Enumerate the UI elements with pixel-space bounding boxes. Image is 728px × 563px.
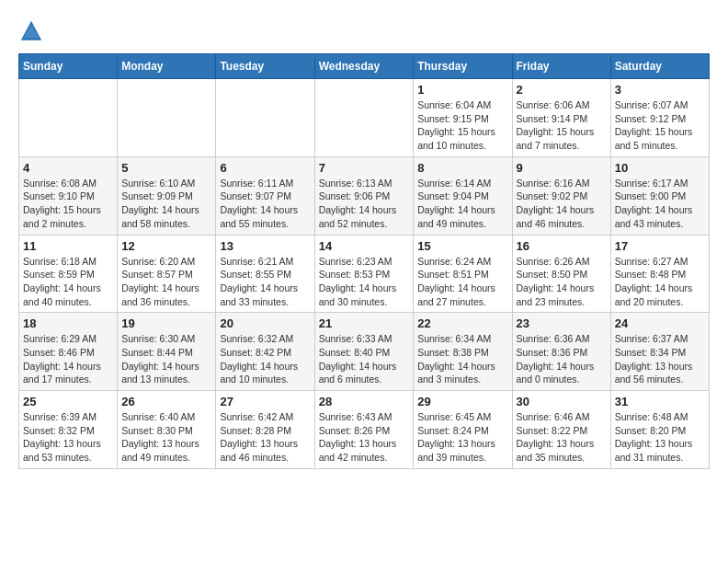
- calendar-cell: 7Sunrise: 6:13 AM Sunset: 9:06 PM Daylig…: [314, 156, 414, 235]
- calendar-cell: 3Sunrise: 6:07 AM Sunset: 9:12 PM Daylig…: [610, 79, 709, 157]
- calendar-table: SundayMondayTuesdayWednesdayThursdayFrid…: [18, 53, 710, 469]
- day-number: 5: [121, 161, 211, 175]
- col-header-thursday: Thursday: [414, 54, 512, 79]
- calendar-cell: 14Sunrise: 6:23 AM Sunset: 8:53 PM Dayli…: [314, 235, 414, 313]
- col-header-tuesday: Tuesday: [216, 54, 314, 79]
- col-header-wednesday: Wednesday: [314, 54, 414, 79]
- day-info: Sunrise: 6:14 AM Sunset: 9:04 PM Dayligh…: [417, 177, 507, 231]
- day-number: 3: [615, 83, 705, 97]
- day-number: 22: [417, 316, 507, 330]
- day-info: Sunrise: 6:16 AM Sunset: 9:02 PM Dayligh…: [517, 177, 607, 231]
- day-number: 6: [220, 161, 310, 175]
- day-number: 29: [417, 395, 507, 408]
- day-info: Sunrise: 6:18 AM Sunset: 8:59 PM Dayligh…: [23, 255, 113, 309]
- calendar-week-row: 4Sunrise: 6:08 AM Sunset: 9:10 PM Daylig…: [19, 156, 710, 235]
- day-number: 20: [220, 316, 310, 330]
- day-number: 26: [121, 395, 211, 408]
- calendar-cell: [216, 79, 314, 157]
- calendar-cell: 5Sunrise: 6:10 AM Sunset: 9:09 PM Daylig…: [118, 156, 216, 235]
- day-number: 17: [615, 239, 705, 253]
- day-info: Sunrise: 6:17 AM Sunset: 9:00 PM Dayligh…: [615, 177, 705, 231]
- calendar-header-row: SundayMondayTuesdayWednesdayThursdayFrid…: [19, 54, 710, 79]
- calendar-cell: 18Sunrise: 6:29 AM Sunset: 8:46 PM Dayli…: [19, 313, 118, 391]
- calendar-cell: 2Sunrise: 6:06 AM Sunset: 9:14 PM Daylig…: [512, 79, 610, 157]
- day-info: Sunrise: 6:43 AM Sunset: 8:26 PM Dayligh…: [319, 410, 410, 465]
- day-number: 28: [319, 395, 410, 408]
- day-info: Sunrise: 6:11 AM Sunset: 9:07 PM Dayligh…: [220, 177, 310, 231]
- day-info: Sunrise: 6:08 AM Sunset: 9:10 PM Dayligh…: [23, 177, 113, 231]
- calendar-cell: 19Sunrise: 6:30 AM Sunset: 8:44 PM Dayli…: [118, 313, 216, 391]
- day-number: 16: [517, 239, 607, 253]
- day-number: 24: [615, 316, 705, 330]
- col-header-saturday: Saturday: [610, 54, 709, 79]
- day-info: Sunrise: 6:07 AM Sunset: 9:12 PM Dayligh…: [615, 98, 705, 153]
- day-number: 25: [23, 395, 113, 408]
- day-number: 2: [517, 83, 607, 97]
- calendar-cell: 9Sunrise: 6:16 AM Sunset: 9:02 PM Daylig…: [512, 156, 610, 235]
- calendar-week-row: 25Sunrise: 6:39 AM Sunset: 8:32 PM Dayli…: [19, 391, 710, 469]
- day-number: 27: [220, 395, 310, 408]
- day-info: Sunrise: 6:46 AM Sunset: 8:22 PM Dayligh…: [517, 410, 607, 465]
- day-info: Sunrise: 6:30 AM Sunset: 8:44 PM Dayligh…: [121, 332, 211, 386]
- day-number: 13: [220, 239, 310, 253]
- day-info: Sunrise: 6:27 AM Sunset: 8:48 PM Dayligh…: [615, 255, 705, 309]
- day-number: 15: [417, 239, 507, 253]
- day-info: Sunrise: 6:39 AM Sunset: 8:32 PM Dayligh…: [23, 410, 113, 465]
- calendar-cell: 11Sunrise: 6:18 AM Sunset: 8:59 PM Dayli…: [19, 235, 118, 313]
- day-number: 8: [417, 161, 507, 175]
- calendar-cell: 22Sunrise: 6:34 AM Sunset: 8:38 PM Dayli…: [414, 313, 512, 391]
- day-info: Sunrise: 6:42 AM Sunset: 8:28 PM Dayligh…: [220, 410, 310, 465]
- day-info: Sunrise: 6:24 AM Sunset: 8:51 PM Dayligh…: [417, 255, 507, 309]
- calendar-cell: 12Sunrise: 6:20 AM Sunset: 8:57 PM Dayli…: [118, 235, 216, 313]
- day-number: 23: [517, 316, 607, 330]
- col-header-sunday: Sunday: [19, 54, 118, 79]
- col-header-friday: Friday: [512, 54, 610, 79]
- calendar-cell: [19, 79, 118, 157]
- day-info: Sunrise: 6:37 AM Sunset: 8:34 PM Dayligh…: [615, 332, 705, 386]
- general-blue-logo-icon: [18, 18, 44, 44]
- calendar-cell: 24Sunrise: 6:37 AM Sunset: 8:34 PM Dayli…: [610, 313, 709, 391]
- day-info: Sunrise: 6:48 AM Sunset: 8:20 PM Dayligh…: [615, 410, 705, 465]
- calendar-week-row: 11Sunrise: 6:18 AM Sunset: 8:59 PM Dayli…: [19, 235, 710, 313]
- calendar-cell: 20Sunrise: 6:32 AM Sunset: 8:42 PM Dayli…: [216, 313, 314, 391]
- calendar-cell: 8Sunrise: 6:14 AM Sunset: 9:04 PM Daylig…: [414, 156, 512, 235]
- day-number: 1: [417, 83, 507, 97]
- day-info: Sunrise: 6:32 AM Sunset: 8:42 PM Dayligh…: [220, 332, 310, 386]
- calendar-cell: 21Sunrise: 6:33 AM Sunset: 8:40 PM Dayli…: [314, 313, 414, 391]
- day-info: Sunrise: 6:21 AM Sunset: 8:55 PM Dayligh…: [220, 255, 310, 309]
- header: [18, 18, 710, 44]
- calendar-cell: 23Sunrise: 6:36 AM Sunset: 8:36 PM Dayli…: [512, 313, 610, 391]
- logo: [18, 18, 48, 44]
- calendar-cell: 17Sunrise: 6:27 AM Sunset: 8:48 PM Dayli…: [610, 235, 709, 313]
- day-info: Sunrise: 6:06 AM Sunset: 9:14 PM Dayligh…: [517, 98, 607, 153]
- calendar-cell: 4Sunrise: 6:08 AM Sunset: 9:10 PM Daylig…: [19, 156, 118, 235]
- calendar-cell: 25Sunrise: 6:39 AM Sunset: 8:32 PM Dayli…: [19, 391, 118, 469]
- calendar-cell: 13Sunrise: 6:21 AM Sunset: 8:55 PM Dayli…: [216, 235, 314, 313]
- calendar-cell: 28Sunrise: 6:43 AM Sunset: 8:26 PM Dayli…: [314, 391, 414, 469]
- day-number: 14: [319, 239, 410, 253]
- day-info: Sunrise: 6:36 AM Sunset: 8:36 PM Dayligh…: [517, 332, 607, 386]
- calendar-cell: 10Sunrise: 6:17 AM Sunset: 9:00 PM Dayli…: [610, 156, 709, 235]
- calendar-cell: 6Sunrise: 6:11 AM Sunset: 9:07 PM Daylig…: [216, 156, 314, 235]
- day-info: Sunrise: 6:33 AM Sunset: 8:40 PM Dayligh…: [319, 332, 410, 386]
- calendar-cell: 15Sunrise: 6:24 AM Sunset: 8:51 PM Dayli…: [414, 235, 512, 313]
- calendar-week-row: 18Sunrise: 6:29 AM Sunset: 8:46 PM Dayli…: [19, 313, 710, 391]
- day-number: 10: [615, 161, 705, 175]
- col-header-monday: Monday: [118, 54, 216, 79]
- calendar-cell: [118, 79, 216, 157]
- day-number: 4: [23, 161, 113, 175]
- day-number: 18: [23, 316, 113, 330]
- day-number: 12: [121, 239, 211, 253]
- calendar-cell: 31Sunrise: 6:48 AM Sunset: 8:20 PM Dayli…: [610, 391, 709, 469]
- day-info: Sunrise: 6:34 AM Sunset: 8:38 PM Dayligh…: [417, 332, 507, 386]
- day-info: Sunrise: 6:10 AM Sunset: 9:09 PM Dayligh…: [121, 177, 211, 231]
- calendar-cell: [314, 79, 414, 157]
- day-number: 7: [319, 161, 410, 175]
- day-info: Sunrise: 6:13 AM Sunset: 9:06 PM Dayligh…: [319, 177, 410, 231]
- day-info: Sunrise: 6:40 AM Sunset: 8:30 PM Dayligh…: [121, 410, 211, 465]
- day-info: Sunrise: 6:26 AM Sunset: 8:50 PM Dayligh…: [517, 255, 607, 309]
- calendar-cell: 29Sunrise: 6:45 AM Sunset: 8:24 PM Dayli…: [414, 391, 512, 469]
- day-number: 30: [517, 395, 607, 408]
- day-number: 11: [23, 239, 113, 253]
- day-info: Sunrise: 6:29 AM Sunset: 8:46 PM Dayligh…: [23, 332, 113, 386]
